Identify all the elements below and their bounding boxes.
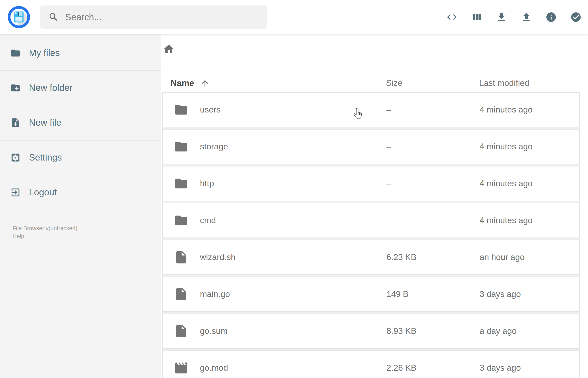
folder-icon [174,176,188,191]
list-item-users[interactable]: users – 4 minutes ago [162,92,580,127]
listing-header: Name Size Last modified [162,78,580,90]
search-box[interactable] [40,5,267,29]
item-modified: 3 days ago [480,363,521,373]
item-name: cmd [200,216,216,225]
app-logo[interactable] [7,5,30,29]
sidebar-item-new-file[interactable]: New file [0,105,161,140]
list-item-go-sum[interactable]: go.sum 8.93 KB a day ago [162,313,580,349]
search-icon [48,12,59,22]
list-item-go-mod[interactable]: go.mod 2.26 KB 3 days ago [162,351,580,378]
breadcrumb-home-button[interactable] [163,42,176,56]
file-icon [174,287,188,301]
list-item-cmd[interactable]: cmd – 4 minutes ago [162,203,580,238]
item-modified: an hour ago [480,253,525,262]
item-modified: 4 minutes ago [480,105,533,115]
column-header-modified[interactable]: Last modified [479,78,529,88]
new-folder-icon [10,83,21,93]
home-icon [163,43,175,55]
item-size: 8.93 KB [387,326,416,336]
download-button[interactable] [496,11,507,23]
sidebar-item-new-folder[interactable]: New folder [0,70,161,105]
item-name: http [200,179,214,188]
item-modified: 4 minutes ago [480,142,533,151]
sidebar-item-label: New file [29,118,61,128]
column-modified-label: Last modified [479,78,529,88]
column-header-size[interactable]: Size [386,78,402,88]
sort-ascending-icon [200,79,210,88]
folder-icon [174,102,188,117]
new-file-icon [10,118,21,128]
item-name: go.mod [200,363,228,373]
settings-icon [10,152,21,163]
item-size: – [387,179,391,188]
movie-icon [174,361,188,375]
select-multiple-button[interactable] [570,11,582,23]
item-size: – [387,142,391,151]
file-listing: users – 4 minutes ago storage – 4 minute… [162,92,580,378]
item-modified: 4 minutes ago [480,216,533,225]
sidebar-item-label: Logout [29,187,57,197]
item-size: – [387,216,391,225]
sidebar-item-label: Settings [29,152,62,162]
breadcrumb-divider [162,67,588,67]
folder-icon [10,48,21,58]
upload-icon [521,11,532,23]
item-size: 149 B [387,289,409,299]
check-circle-icon [570,11,582,23]
grid-view-icon [471,11,482,23]
column-header-name[interactable]: Name [171,78,210,88]
item-modified: 3 days ago [480,289,521,299]
list-item-http[interactable]: http – 4 minutes ago [162,166,580,201]
filebrowser-logo-icon [7,5,30,29]
item-name: go.sum [200,326,227,336]
sidebar-item-label: My files [29,48,60,58]
item-name: storage [200,142,228,151]
sidebar-item-my-files[interactable]: My files [0,36,161,70]
switch-view-button[interactable] [471,11,482,23]
item-size: 2.26 KB [387,363,416,373]
column-size-label: Size [386,78,402,88]
search-input[interactable] [65,12,261,23]
folder-icon [174,139,188,154]
sidebar-footer: File Browser v(untracked) Help [13,224,78,240]
logout-icon [10,187,21,198]
file-icon [174,250,188,265]
item-modified: a day ago [480,326,517,336]
sidebar-item-logout[interactable]: Logout [0,175,161,210]
help-link[interactable]: Help [13,232,78,240]
column-name-label: Name [171,78,194,88]
code-icon [446,11,457,23]
list-item-storage[interactable]: storage – 4 minutes ago [162,129,580,164]
item-name: wizard.sh [200,253,236,262]
folder-icon [174,213,188,228]
sidebar: My files New folder New file Settings Lo… [0,34,161,378]
list-item-wizard-sh[interactable]: wizard.sh 6.23 KB an hour ago [162,240,580,275]
item-size: – [387,105,391,115]
top-bar [0,0,588,34]
item-name: main.go [200,289,230,299]
sidebar-item-settings[interactable]: Settings [0,140,161,175]
item-name: users [200,105,220,115]
list-item-main-go[interactable]: main.go 149 B 3 days ago [162,277,580,312]
sidebar-divider [0,70,161,71]
sidebar-divider [0,140,161,140]
header-actions [446,0,582,34]
upload-button[interactable] [521,11,532,23]
sidebar-item-label: New folder [29,83,72,93]
info-icon [545,11,557,23]
item-modified: 4 minutes ago [480,179,533,188]
item-size: 6.23 KB [387,253,416,262]
info-button[interactable] [545,11,557,23]
download-icon [496,11,507,23]
app-version: File Browser v(untracked) [13,224,78,232]
shell-button[interactable] [446,11,457,23]
file-icon [174,324,188,338]
